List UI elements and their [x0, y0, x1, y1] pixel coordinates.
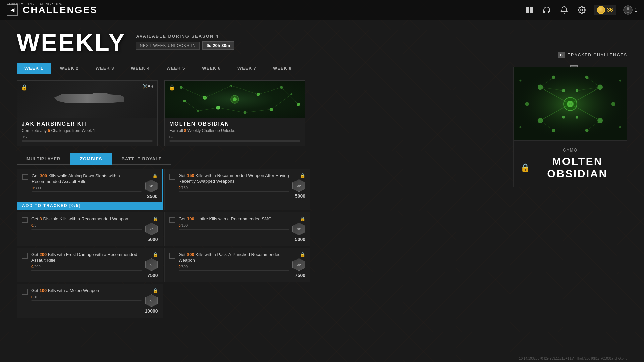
tab-battle-royale[interactable]: BATTLE ROYALE	[112, 153, 172, 165]
challenge-lock-2: 🔒	[300, 173, 305, 178]
challenge-checkbox-2[interactable]	[169, 174, 175, 180]
tab-week2[interactable]: WEEK 2	[52, 63, 87, 74]
challenge-info-6: Get 300 Kills with a Pack-A-Punched Reco…	[179, 252, 289, 271]
challenge-item-1[interactable]: Get 300 Kills while Aiming Down Sights w…	[17, 169, 163, 210]
unlock-time: 6d 20h 30m	[202, 41, 235, 50]
challenge-item-2[interactable]: Get 150 Kills with a Recommended Weapon …	[164, 169, 311, 210]
weekly-title: WEEKLY	[17, 30, 126, 54]
jak-progress-bar	[22, 140, 153, 142]
top-bar: ◀ CHALLENGES	[0, 0, 644, 20]
camo-name-text: MOLTEN OBSIDIAN	[535, 155, 620, 180]
challenge-checkbox-3[interactable]	[22, 217, 28, 223]
challenge-checkbox-4[interactable]	[169, 217, 175, 223]
page-header-title: CHALLENGES	[23, 5, 98, 15]
challenge-desc-6: Get 300 Kills with a Pack-A-Punched Reco…	[179, 252, 289, 263]
svg-point-44	[585, 76, 589, 79]
xp-amount-3: 5000	[147, 237, 158, 242]
tab-multiplayer[interactable]: MULTIPLAYER	[17, 153, 70, 165]
camo-lock-icon: 🔒	[520, 163, 531, 172]
svg-line-30	[271, 94, 291, 109]
challenge-item-6[interactable]: Get 300 Kills with a Pack-A-Punched Reco…	[164, 248, 311, 282]
molten-lock-icon: 🔒	[169, 84, 175, 90]
svg-point-40	[597, 118, 603, 123]
challenge-prog-bar-2	[179, 191, 289, 192]
molten-progress-bar	[169, 140, 300, 142]
header-meta: AVAILABLE DURING SEASON 4 NEXT WEEK UNLO…	[136, 30, 234, 50]
svg-point-43	[552, 76, 555, 79]
challenge-progress-3: 0/3	[31, 223, 142, 227]
tab-week4[interactable]: WEEK 4	[123, 63, 158, 74]
headset-icon[interactable]	[541, 5, 552, 15]
challenge-progress-7: 0/100	[31, 295, 142, 299]
challenge-right-1: 🔒 XP 2500	[145, 173, 158, 199]
molten-card-info: MOLTEN OBSIDIAN Earn all 8 Weekly Challe…	[165, 118, 305, 146]
challenge-info-4: Get 100 Hipfire Kills with a Recommended…	[179, 216, 289, 230]
tracked-challenges-button[interactable]: B TRACKED CHALLENGES	[558, 52, 627, 58]
top-bar-right: 36 1	[524, 5, 637, 15]
shader-info: SHADERS PRE-LOADING : 10 %	[7, 2, 62, 6]
currency-amount: 36	[607, 7, 613, 13]
xp-amount-1: 2500	[147, 194, 157, 199]
svg-rect-3	[530, 10, 533, 13]
challenge-desc-4: Get 100 Hipfire Kills with a Recommended…	[179, 216, 289, 222]
tab-week7[interactable]: WEEK 7	[230, 63, 264, 74]
tab-zombies[interactable]: ZOMBIES	[70, 153, 112, 165]
grid-icon[interactable]	[524, 5, 535, 15]
reward-preview-svg	[514, 67, 627, 140]
add-to-tracked-bar[interactable]: ADD TO TRACKED [0/5]	[17, 202, 162, 210]
camo-label: CAMO	[520, 148, 620, 153]
xp-amount-7: 10000	[145, 308, 158, 314]
tab-week8[interactable]: WEEK 8	[265, 63, 300, 74]
challenge-prog-bar-1	[32, 191, 142, 192]
svg-point-64	[576, 116, 578, 119]
molten-pattern	[165, 81, 305, 118]
svg-line-28	[218, 108, 245, 113]
jak-reward-desc: Complete any 5 Challenges from Week 1	[22, 128, 153, 133]
right-panel: CAMO 🔒 MOLTEN OBSIDIAN	[513, 67, 627, 187]
challenge-checkbox-1[interactable]	[22, 174, 28, 180]
challenge-item-5[interactable]: Get 200 Kills with Frost Damage with a R…	[17, 248, 163, 282]
xp-amount-2: 5000	[295, 193, 305, 199]
svg-rect-2	[526, 10, 529, 13]
jak-progress-text: 0/5	[22, 135, 153, 139]
challenge-desc-2: Get 150 Kills with a Recommended Weapon …	[179, 173, 289, 184]
bell-icon[interactable]	[559, 5, 570, 15]
currency-icon	[597, 6, 605, 14]
svg-line-25	[281, 87, 298, 104]
challenge-info-7: Get 100 Kills with a Melee Weapon 0/100	[31, 288, 142, 301]
challenge-progress-2: 0/150	[179, 186, 289, 190]
settings-icon[interactable]	[576, 5, 587, 15]
challenge-prog-bar-5	[31, 270, 142, 271]
xp-badge-2: XP	[292, 179, 305, 192]
challenge-item-7[interactable]: Get 100 Kills with a Melee Weapon 0/100 …	[17, 284, 163, 318]
tab-week5[interactable]: WEEK 5	[159, 63, 193, 74]
molten-reward-desc: Earn all 8 Weekly Challenge Unlocks	[169, 128, 300, 133]
challenge-progress-4: 0/100	[179, 223, 289, 227]
tab-week1[interactable]: WEEK 1	[17, 63, 51, 74]
tab-week6[interactable]: WEEK 6	[194, 63, 228, 74]
challenge-progress-6: 0/300	[179, 265, 289, 269]
svg-point-63	[562, 116, 565, 119]
xp-amount-5: 7500	[147, 273, 158, 278]
xp-badge-1: XP	[145, 180, 158, 192]
challenge-lock-6: 🔒	[300, 252, 305, 257]
svg-point-6	[581, 9, 583, 11]
challenge-item-4[interactable]: Get 100 Hipfire Kills with a Recommended…	[164, 212, 311, 246]
challenge-checkbox-5[interactable]	[22, 253, 28, 259]
player-level-num: 1	[635, 7, 637, 13]
challenge-item-3[interactable]: Get 3 Disciple Kills with a Recommended …	[17, 212, 163, 246]
challenge-lock-5: 🔒	[153, 252, 158, 257]
svg-point-39	[538, 118, 543, 123]
challenge-progress-1: 0/300	[32, 186, 142, 190]
debug-info: 10.14.19328070 [29:233:11215+11:A] Tho[7…	[519, 357, 627, 360]
svg-point-58	[619, 80, 621, 82]
page-header: WEEKLY AVAILABLE DURING SEASON 4 NEXT WE…	[17, 30, 627, 54]
challenge-grid: Get 300 Kills while Aiming Down Sights w…	[17, 169, 310, 318]
jak-card-image: 🔒 ⚔️AR	[17, 81, 157, 118]
svg-line-23	[231, 86, 258, 94]
challenge-checkbox-7[interactable]	[22, 289, 28, 295]
challenge-checkbox-6[interactable]	[169, 253, 175, 259]
unlock-timer: NEXT WEEK UNLOCKS IN 6d 20h 30m	[136, 41, 234, 50]
challenge-lock-1: 🔒	[152, 173, 158, 178]
tab-week3[interactable]: WEEK 3	[88, 63, 122, 74]
